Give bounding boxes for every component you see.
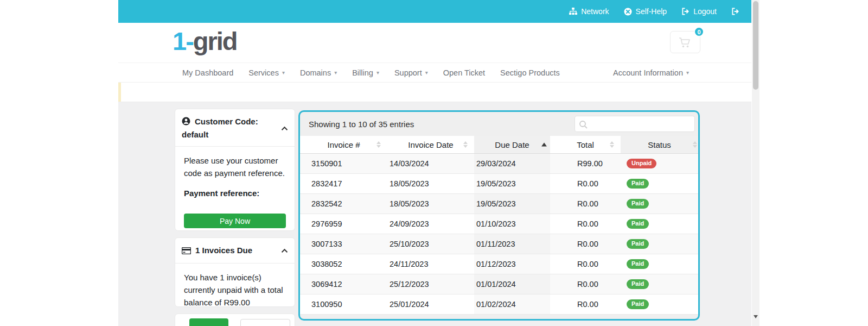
- invoice-table-panel: Showing 1 to 10 of 35 entries Invoice # …: [298, 110, 700, 321]
- cell-due-date: 01/02/2024: [474, 294, 550, 314]
- chevron-up-icon: [281, 246, 288, 255]
- scrollbar-thumb[interactable]: [753, 1, 758, 90]
- cell-invoice: 2976959: [300, 214, 387, 234]
- sign-out-icon: [731, 8, 739, 15]
- cell-due-date: 29/03/2024: [474, 154, 550, 173]
- nav-domains[interactable]: Domains▾: [300, 68, 337, 77]
- table-row: 297695924/09/202301/10/2023R0.00Paid: [300, 214, 698, 234]
- partial-card: [175, 314, 295, 326]
- column-label: Due Date: [495, 140, 529, 149]
- topbar-selfhelp-link[interactable]: Self-Help: [624, 7, 667, 16]
- table-row: 315090114/03/202429/03/2024R99.00Unpaid: [300, 154, 698, 174]
- chevron-down-icon: ▾: [334, 70, 337, 76]
- cell-invoice-date: 18/05/2023: [387, 194, 474, 214]
- customer-code-card: Customer Code: default Please use your c…: [175, 109, 295, 231]
- table-toolbar: Showing 1 to 10 of 35 entries: [300, 112, 698, 136]
- cell-invoice: 3038052: [300, 254, 387, 274]
- sort-icon: [463, 141, 468, 148]
- nav-billing[interactable]: Billing▾: [352, 68, 379, 77]
- cell-due-date: 19/05/2023: [474, 174, 550, 193]
- scroll-down-arrow-icon[interactable]: [754, 315, 758, 318]
- site-content: Network Self-Help Logout 1: [118, 0, 751, 326]
- nav-account-information[interactable]: Account Information▾: [613, 68, 689, 77]
- invoices-due-title: 1 Invoices Due: [182, 244, 278, 258]
- chevron-down-icon: ▾: [282, 70, 285, 76]
- topbar-logout-link[interactable]: Logout: [681, 7, 717, 16]
- user-circle-icon: [182, 117, 190, 129]
- nav-open-ticket[interactable]: Open Ticket: [443, 68, 485, 77]
- sort-icon: [376, 141, 381, 148]
- cell-total: R0.00: [550, 294, 621, 314]
- topbar-network-link[interactable]: Network: [569, 7, 609, 16]
- cell-invoice-date: 25/10/2023: [387, 234, 474, 254]
- cell-invoice-date: 24/09/2023: [387, 214, 474, 234]
- customer-code-card-header[interactable]: Customer Code: default: [175, 109, 295, 147]
- column-label: Status: [648, 140, 671, 149]
- column-label: Invoice #: [327, 140, 360, 149]
- nav-label: Account Information: [613, 68, 683, 77]
- cell-due-date: 01/10/2023: [474, 214, 550, 234]
- cell-total: R0.00: [550, 194, 621, 214]
- cart-button[interactable]: 0: [670, 31, 700, 53]
- column-label: Invoice Date: [408, 140, 453, 149]
- cell-total: R99.00: [550, 154, 621, 173]
- table-search-box: [575, 116, 695, 132]
- table-row: 300713325/10/202301/11/2023R0.00Paid: [300, 234, 698, 254]
- search-input[interactable]: [591, 116, 692, 131]
- cell-invoice-date: 14/03/2024: [387, 154, 474, 173]
- nav-label: Open Ticket: [443, 68, 485, 77]
- cart-count-badge: 0: [694, 27, 704, 37]
- status-badge: Paid: [627, 199, 649, 209]
- main-content: Customer Code: default Please use your c…: [118, 102, 751, 326]
- topbar-network-label: Network: [581, 7, 609, 16]
- column-header-total[interactable]: Total: [550, 136, 621, 153]
- column-header-status[interactable]: Status: [621, 136, 698, 153]
- status-badge: Paid: [627, 179, 649, 189]
- nav-label: My Dashboard: [182, 68, 233, 77]
- partial-green-button[interactable]: [189, 318, 228, 326]
- partial-white-button[interactable]: [240, 319, 290, 326]
- payment-reference-label: Payment reference:: [184, 187, 286, 199]
- column-header-invoice[interactable]: Invoice #: [300, 136, 387, 153]
- cell-invoice-date: 24/11/2023: [387, 254, 474, 274]
- chevron-down-icon: ▾: [425, 70, 428, 76]
- main-nav: My Dashboard Services▾ Domains▾ Billing▾…: [118, 62, 751, 83]
- topbar-signout-icon-button[interactable]: [731, 8, 739, 15]
- invoices-due-card-body: You have 1 invoice(s) currently unpaid w…: [175, 264, 295, 317]
- logo[interactable]: 1-grid: [173, 26, 237, 56]
- table-row: 283241718/05/202319/05/2023R0.00Paid: [300, 174, 698, 194]
- cell-status: Paid: [621, 174, 698, 193]
- cell-status: Paid: [621, 194, 698, 214]
- cell-invoice: 2832417: [300, 174, 387, 193]
- vertical-scrollbar[interactable]: [752, 0, 760, 326]
- nav-label: Support: [394, 68, 422, 77]
- status-badge: Paid: [627, 259, 649, 269]
- cell-invoice-date: 18/05/2023: [387, 174, 474, 193]
- credit-card-icon: [182, 246, 191, 258]
- invoices-due-card-header[interactable]: 1 Invoices Due: [175, 238, 295, 264]
- nav-services[interactable]: Services▾: [248, 68, 285, 77]
- invoice-table-body: 315090114/03/202429/03/2024R99.00Unpaid2…: [300, 154, 698, 315]
- cell-total: R0.00: [550, 174, 621, 193]
- showing-entries-text: Showing 1 to 10 of 35 entries: [309, 120, 414, 129]
- customer-code-title: Customer Code: default: [182, 116, 278, 141]
- status-badge: Paid: [627, 279, 649, 289]
- nav-support[interactable]: Support▾: [394, 68, 428, 77]
- chevron-up-icon: [281, 123, 288, 133]
- cell-invoice: 3150901: [300, 154, 387, 173]
- cell-invoice: 3100950: [300, 294, 387, 314]
- cell-invoice: 2832542: [300, 194, 387, 214]
- cell-status: Paid: [621, 234, 698, 254]
- page: Network Self-Help Logout 1: [0, 0, 868, 326]
- nav-my-dashboard[interactable]: My Dashboard: [182, 68, 233, 77]
- invoices-due-title-text: 1 Invoices Due: [195, 246, 252, 255]
- column-header-invoice-date[interactable]: Invoice Date: [387, 136, 474, 153]
- cell-status: Paid: [621, 254, 698, 274]
- nav-sectigo-products[interactable]: Sectigo Products: [500, 68, 560, 77]
- pay-now-button[interactable]: Pay Now: [184, 214, 286, 228]
- cell-due-date: 19/05/2023: [474, 194, 550, 214]
- invoice-table-header: Invoice # Invoice Date Due Date Total St…: [300, 136, 698, 154]
- status-badge: Paid: [627, 219, 649, 229]
- logo-prefix: 1-: [173, 27, 193, 55]
- column-header-due-date[interactable]: Due Date: [474, 136, 550, 153]
